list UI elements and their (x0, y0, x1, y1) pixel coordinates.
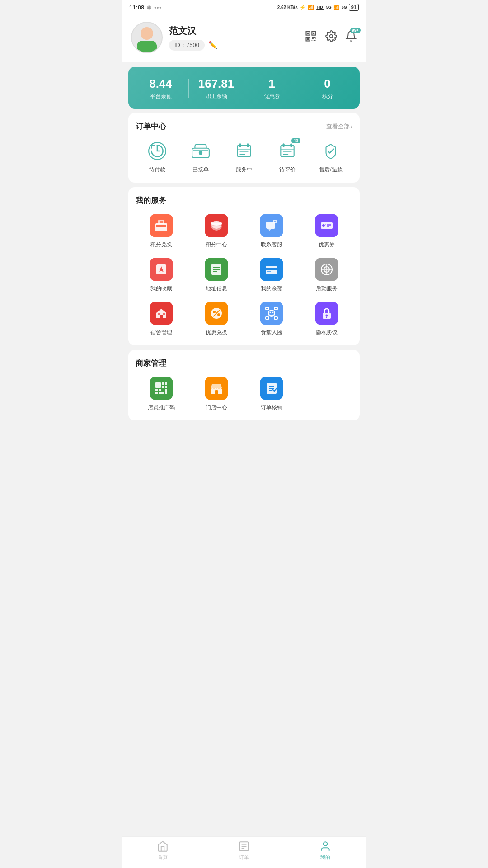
edit-icon[interactable]: ✏️ (208, 41, 217, 49)
svg-rect-56 (160, 315, 163, 318)
svg-rect-63 (266, 307, 269, 310)
customer-service-icon (260, 214, 283, 237)
svg-point-60 (213, 311, 216, 313)
my-services-section: 我的服务 积分兑换 积分中心 (128, 187, 360, 345)
pending-review-label: 待评价 (279, 166, 296, 174)
svg-rect-50 (266, 268, 277, 270)
dorm-management-icon (150, 302, 173, 325)
bluetooth-icon: ⚡ (300, 5, 306, 10)
store-center-icon (205, 377, 228, 400)
my-services-header: 我的服务 (136, 195, 352, 206)
order-in-service[interactable]: 服务中 (222, 140, 266, 174)
after-sales-icon-wrap (319, 140, 342, 162)
balance-worker[interactable]: 167.81 职工余额 (188, 77, 244, 100)
after-sales-label: 售后/退款 (319, 166, 342, 174)
svg-rect-23 (283, 143, 285, 147)
balance-coupon[interactable]: 1 优惠券 (244, 77, 300, 100)
store-center-label: 门店中心 (206, 404, 227, 411)
settings-icon[interactable] (325, 30, 337, 45)
balance-points-value: 0 (300, 77, 355, 91)
time: 11:08 (129, 4, 144, 11)
merchant-management-header: 商家管理 (136, 358, 352, 368)
points-center-icon (205, 214, 228, 237)
promo-code-icon (150, 377, 173, 400)
status-bar: 11:08 ◉ ••• 2.62 KB/s ⚡ 📶 HD 5G 📶 5G 91 (122, 0, 366, 14)
service-privacy[interactable]: 隐私协议 (301, 302, 352, 336)
service-address[interactable]: 地址信息 (191, 258, 242, 292)
merchant-management-title: 商家管理 (136, 358, 166, 368)
service-favorites[interactable]: 我的收藏 (136, 258, 187, 292)
service-discount-exchange[interactable]: 优惠兑换 (191, 302, 242, 336)
avatar[interactable] (131, 22, 163, 53)
favorites-icon (150, 258, 173, 281)
svg-point-14 (199, 151, 202, 155)
notification-icon[interactable]: 99+ (345, 30, 357, 45)
my-balance-label: 我的余额 (261, 285, 282, 292)
promo-code-label: 店员推广码 (148, 404, 175, 411)
service-my-balance[interactable]: 我的余额 (246, 258, 297, 292)
avatar-figure (137, 27, 157, 52)
in-service-label: 服务中 (236, 166, 252, 174)
svg-point-35 (274, 221, 275, 222)
battery-icon: 91 (349, 4, 359, 11)
discount-exchange-label: 优惠兑换 (206, 329, 227, 336)
svg-rect-64 (274, 307, 277, 310)
canteen-face-icon (260, 302, 283, 325)
pending-review-badge: 13 (291, 138, 300, 143)
avatar-head (141, 27, 153, 40)
balance-platform[interactable]: 8.44 平台余额 (133, 77, 188, 100)
dorm-management-label: 宿舍管理 (150, 329, 172, 336)
svg-rect-79 (159, 389, 161, 391)
svg-point-68 (270, 312, 271, 313)
service-store-center[interactable]: 门店中心 (191, 377, 242, 411)
service-points-exchange[interactable]: 积分兑换 (136, 214, 187, 249)
balance-worker-label: 职工余额 (188, 93, 244, 100)
order-center-section: 订单中心 查看全部 › 待付款 (128, 113, 360, 183)
service-customer-service[interactable]: 联系客服 (246, 214, 297, 249)
my-services-grid: 积分兑换 积分中心 联系客服 (136, 214, 352, 336)
service-coupon[interactable]: 优惠券 (301, 214, 352, 249)
hd-badge: HD (316, 5, 324, 10)
view-all-label: 查看全部 (326, 123, 350, 131)
service-order-verify[interactable]: 订单核销 (246, 377, 297, 411)
svg-point-69 (272, 312, 274, 313)
balance-card: 8.44 平台余额 167.81 职工余额 1 优惠券 0 积分 (128, 67, 360, 108)
service-logistics[interactable]: 后勤服务 (301, 258, 352, 292)
network-speed: 2.62 KB/s (277, 5, 298, 10)
accepted-label: 已接单 (192, 166, 209, 174)
balance-points-label: 积分 (300, 93, 355, 100)
svg-point-11 (330, 35, 333, 38)
address-icon (205, 258, 228, 281)
order-icons-row: 待付款 已接单 (136, 140, 352, 174)
svg-rect-82 (165, 389, 167, 394)
5g-badge: 5G (326, 5, 332, 9)
profile-id: ID：7500 (169, 40, 205, 51)
order-pending-review[interactable]: 13 待评价 (266, 140, 309, 174)
qr-code-icon[interactable] (305, 30, 317, 45)
service-promo-code[interactable]: 店员推广码 (136, 377, 187, 411)
order-center-header: 订单中心 查看全部 › (136, 121, 352, 132)
svg-rect-4 (313, 33, 315, 34)
profile-section: 范文汉 ID：7500 ✏️ (122, 14, 366, 62)
profile-left: 范文汉 ID：7500 ✏️ (131, 22, 217, 53)
address-label: 地址信息 (206, 285, 227, 292)
svg-point-38 (322, 224, 325, 227)
logistics-icon (315, 258, 338, 281)
service-canteen-face[interactable]: 食堂人脸 (246, 302, 297, 336)
svg-rect-73 (155, 382, 161, 388)
status-right: 2.62 KB/s ⚡ 📶 HD 5G 📶 5G 91 (277, 4, 359, 11)
svg-rect-74 (162, 382, 164, 385)
balance-coupon-label: 优惠券 (244, 93, 300, 100)
order-pending-payment[interactable]: 待付款 (136, 140, 179, 174)
view-all-button[interactable]: 查看全部 › (326, 123, 352, 131)
svg-point-61 (217, 313, 220, 316)
order-accepted[interactable]: 已接单 (179, 140, 222, 174)
order-after-sales[interactable]: 售后/退款 (309, 140, 352, 174)
pending-review-icon-wrap: 13 (276, 140, 299, 162)
svg-rect-5 (307, 38, 309, 40)
service-dorm-management[interactable]: 宿舍管理 (136, 302, 187, 336)
balance-points[interactable]: 0 积分 (300, 77, 355, 100)
service-points-center[interactable]: 积分中心 (191, 214, 242, 249)
order-verify-icon (260, 377, 283, 400)
my-services-title: 我的服务 (136, 195, 166, 206)
